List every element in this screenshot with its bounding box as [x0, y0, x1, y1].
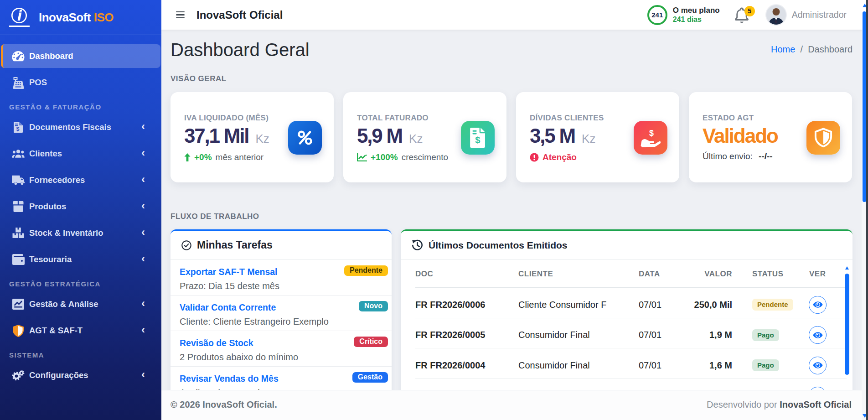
svg-text:$: $	[649, 129, 654, 138]
svg-text:$: $	[475, 135, 480, 145]
svg-text:$: $	[16, 126, 20, 132]
